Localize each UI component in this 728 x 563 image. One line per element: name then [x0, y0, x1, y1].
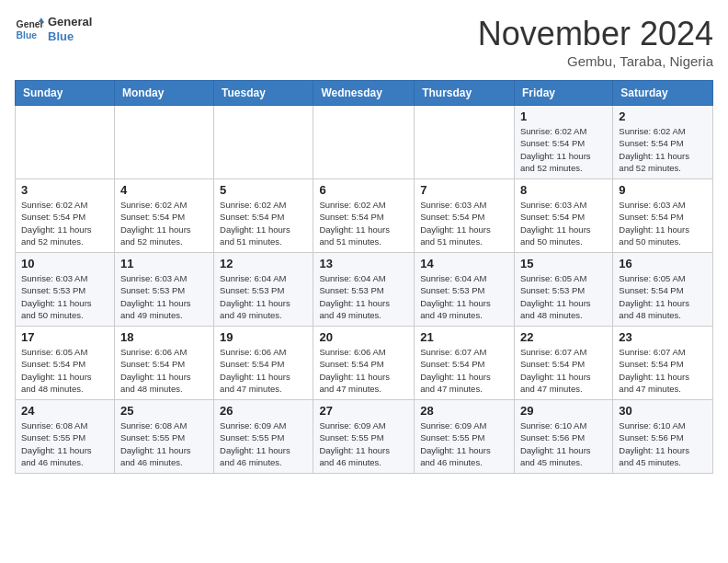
day-number: 24 — [21, 404, 108, 418]
day-number: 5 — [220, 183, 307, 197]
calendar-cell: 2Sunrise: 6:02 AM Sunset: 5:54 PM Daylig… — [613, 106, 713, 179]
day-info: Sunrise: 6:05 AM Sunset: 5:54 PM Dayligh… — [619, 272, 707, 321]
day-number: 16 — [619, 257, 707, 270]
day-number: 18 — [120, 330, 208, 344]
day-info: Sunrise: 6:02 AM Sunset: 5:54 PM Dayligh… — [120, 199, 208, 247]
day-number: 22 — [520, 330, 607, 344]
calendar-cell: 3Sunrise: 6:02 AM Sunset: 5:54 PM Daylig… — [16, 179, 115, 253]
day-info: Sunrise: 6:06 AM Sunset: 5:54 PM Dayligh… — [319, 346, 408, 395]
day-info: Sunrise: 6:09 AM Sunset: 5:55 PM Dayligh… — [420, 419, 508, 468]
day-info: Sunrise: 6:05 AM Sunset: 5:54 PM Dayligh… — [21, 346, 108, 395]
day-number: 2 — [619, 109, 707, 123]
calendar-cell — [16, 106, 115, 179]
day-info: Sunrise: 6:02 AM Sunset: 5:54 PM Dayligh… — [220, 199, 307, 247]
day-number: 9 — [619, 183, 707, 197]
day-info: Sunrise: 6:03 AM Sunset: 5:54 PM Dayligh… — [520, 199, 607, 247]
day-number: 3 — [21, 183, 108, 197]
week-row-4: 17Sunrise: 6:05 AM Sunset: 5:54 PM Dayli… — [16, 327, 713, 400]
day-number: 21 — [420, 330, 508, 344]
day-number: 12 — [220, 257, 307, 270]
week-row-1: 1Sunrise: 6:02 AM Sunset: 5:54 PM Daylig… — [16, 106, 713, 179]
calendar-cell: 13Sunrise: 6:04 AM Sunset: 5:53 PM Dayli… — [313, 253, 415, 327]
day-info: Sunrise: 6:02 AM Sunset: 5:54 PM Dayligh… — [21, 199, 108, 247]
day-info: Sunrise: 6:02 AM Sunset: 5:54 PM Dayligh… — [319, 199, 408, 247]
day-info: Sunrise: 6:04 AM Sunset: 5:53 PM Dayligh… — [319, 272, 408, 321]
day-info: Sunrise: 6:03 AM Sunset: 5:54 PM Dayligh… — [619, 199, 707, 247]
weekday-header-monday: Monday — [114, 81, 213, 106]
calendar-cell: 8Sunrise: 6:03 AM Sunset: 5:54 PM Daylig… — [514, 179, 612, 253]
day-number: 17 — [21, 330, 108, 344]
day-number: 28 — [420, 404, 508, 418]
day-info: Sunrise: 6:02 AM Sunset: 5:54 PM Dayligh… — [619, 125, 707, 174]
day-info: Sunrise: 6:07 AM Sunset: 5:54 PM Dayligh… — [619, 346, 707, 395]
calendar-cell — [415, 106, 515, 179]
day-info: Sunrise: 6:08 AM Sunset: 5:55 PM Dayligh… — [21, 419, 108, 468]
calendar-cell: 12Sunrise: 6:04 AM Sunset: 5:53 PM Dayli… — [214, 253, 313, 327]
day-info: Sunrise: 6:04 AM Sunset: 5:53 PM Dayligh… — [220, 272, 307, 321]
calendar-cell: 24Sunrise: 6:08 AM Sunset: 5:55 PM Dayli… — [16, 400, 115, 474]
calendar-cell: 27Sunrise: 6:09 AM Sunset: 5:55 PM Dayli… — [313, 400, 415, 474]
calendar-cell: 14Sunrise: 6:04 AM Sunset: 5:53 PM Dayli… — [415, 253, 515, 327]
title-section: November 2024 Gembu, Taraba, Nigeria — [478, 15, 713, 69]
day-number: 6 — [319, 183, 408, 197]
day-number: 29 — [520, 404, 607, 418]
week-row-2: 3Sunrise: 6:02 AM Sunset: 5:54 PM Daylig… — [16, 179, 713, 253]
day-number: 26 — [220, 404, 307, 418]
calendar-cell: 1Sunrise: 6:02 AM Sunset: 5:54 PM Daylig… — [514, 106, 612, 179]
day-number: 13 — [319, 257, 408, 270]
calendar-cell: 15Sunrise: 6:05 AM Sunset: 5:53 PM Dayli… — [514, 253, 612, 327]
day-number: 14 — [420, 257, 508, 270]
day-info: Sunrise: 6:02 AM Sunset: 5:54 PM Dayligh… — [520, 125, 607, 174]
calendar-cell: 21Sunrise: 6:07 AM Sunset: 5:54 PM Dayli… — [415, 327, 515, 400]
day-info: Sunrise: 6:06 AM Sunset: 5:54 PM Dayligh… — [120, 346, 208, 395]
day-number: 4 — [120, 183, 208, 197]
calendar-cell: 23Sunrise: 6:07 AM Sunset: 5:54 PM Dayli… — [613, 327, 713, 400]
day-number: 20 — [319, 330, 408, 344]
calendar-cell: 26Sunrise: 6:09 AM Sunset: 5:55 PM Dayli… — [214, 400, 313, 474]
calendar-cell: 16Sunrise: 6:05 AM Sunset: 5:54 PM Dayli… — [613, 253, 713, 327]
logo-text: General Blue — [48, 15, 92, 43]
calendar-cell: 9Sunrise: 6:03 AM Sunset: 5:54 PM Daylig… — [613, 179, 713, 253]
day-info: Sunrise: 6:10 AM Sunset: 5:56 PM Dayligh… — [520, 419, 607, 468]
calendar-cell: 4Sunrise: 6:02 AM Sunset: 5:54 PM Daylig… — [114, 179, 213, 253]
calendar-cell: 18Sunrise: 6:06 AM Sunset: 5:54 PM Dayli… — [114, 327, 213, 400]
day-number: 8 — [520, 183, 607, 197]
day-number: 7 — [420, 183, 508, 197]
day-number: 19 — [220, 330, 307, 344]
day-info: Sunrise: 6:09 AM Sunset: 5:55 PM Dayligh… — [319, 419, 408, 468]
calendar-cell: 6Sunrise: 6:02 AM Sunset: 5:54 PM Daylig… — [313, 179, 415, 253]
logo: General Blue General Blue — [15, 15, 92, 44]
location: Gembu, Taraba, Nigeria — [478, 53, 713, 69]
week-row-3: 10Sunrise: 6:03 AM Sunset: 5:53 PM Dayli… — [16, 253, 713, 327]
calendar-cell: 5Sunrise: 6:02 AM Sunset: 5:54 PM Daylig… — [214, 179, 313, 253]
day-info: Sunrise: 6:07 AM Sunset: 5:54 PM Dayligh… — [420, 346, 508, 395]
day-number: 23 — [619, 330, 707, 344]
calendar-cell: 22Sunrise: 6:07 AM Sunset: 5:54 PM Dayli… — [514, 327, 612, 400]
calendar-cell: 30Sunrise: 6:10 AM Sunset: 5:56 PM Dayli… — [613, 400, 713, 474]
day-number: 15 — [520, 257, 607, 270]
weekday-header-row: SundayMondayTuesdayWednesdayThursdayFrid… — [16, 81, 713, 106]
day-info: Sunrise: 6:08 AM Sunset: 5:55 PM Dayligh… — [120, 419, 208, 468]
svg-text:Blue: Blue — [17, 30, 38, 40]
day-number: 27 — [319, 404, 408, 418]
calendar: SundayMondayTuesdayWednesdayThursdayFrid… — [15, 80, 713, 474]
calendar-cell: 28Sunrise: 6:09 AM Sunset: 5:55 PM Dayli… — [415, 400, 515, 474]
calendar-cell — [313, 106, 415, 179]
calendar-cell — [214, 106, 313, 179]
logo-icon: General Blue — [15, 15, 44, 44]
day-info: Sunrise: 6:07 AM Sunset: 5:54 PM Dayligh… — [520, 346, 607, 395]
calendar-cell: 10Sunrise: 6:03 AM Sunset: 5:53 PM Dayli… — [16, 253, 115, 327]
calendar-cell: 7Sunrise: 6:03 AM Sunset: 5:54 PM Daylig… — [415, 179, 515, 253]
weekday-header-friday: Friday — [514, 81, 612, 106]
calendar-cell: 29Sunrise: 6:10 AM Sunset: 5:56 PM Dayli… — [514, 400, 612, 474]
day-number: 10 — [21, 257, 108, 270]
calendar-cell — [114, 106, 213, 179]
day-info: Sunrise: 6:04 AM Sunset: 5:53 PM Dayligh… — [420, 272, 508, 321]
calendar-cell: 11Sunrise: 6:03 AM Sunset: 5:53 PM Dayli… — [114, 253, 213, 327]
day-number: 30 — [619, 404, 707, 418]
day-number: 1 — [520, 109, 607, 123]
page-header: General Blue General Blue November 2024 … — [15, 15, 713, 69]
day-info: Sunrise: 6:10 AM Sunset: 5:56 PM Dayligh… — [619, 419, 707, 468]
day-info: Sunrise: 6:03 AM Sunset: 5:53 PM Dayligh… — [120, 272, 208, 321]
weekday-header-tuesday: Tuesday — [214, 81, 313, 106]
